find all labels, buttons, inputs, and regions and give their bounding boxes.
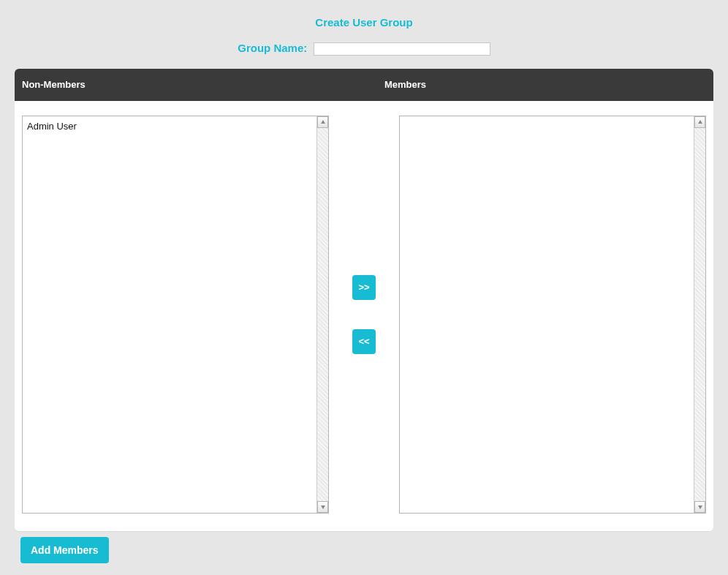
transfer-buttons-column: >> <<: [329, 116, 399, 514]
non-members-listbox[interactable]: Admin User: [22, 116, 329, 514]
svg-marker-3: [698, 506, 702, 509]
group-name-input[interactable]: [314, 42, 490, 56]
panel-header: Non-Members Members: [15, 69, 713, 101]
add-members-button[interactable]: Add Members: [20, 537, 109, 563]
panel-body: Admin User >> <<: [15, 101, 713, 531]
non-members-header: Non-Members: [15, 79, 384, 90]
scrollbar[interactable]: [694, 116, 705, 513]
scrollbar[interactable]: [316, 116, 328, 513]
scroll-down-button[interactable]: [317, 501, 328, 513]
chevron-up-icon: [697, 119, 703, 125]
move-left-button[interactable]: <<: [352, 329, 376, 354]
group-name-label: Group Name:: [238, 42, 307, 54]
scroll-down-button[interactable]: [694, 501, 705, 513]
members-listbox[interactable]: [399, 116, 706, 514]
non-members-list-content: Admin User: [23, 116, 316, 513]
svg-marker-2: [698, 120, 702, 124]
move-right-button[interactable]: >>: [352, 275, 376, 300]
chevron-up-icon: [320, 119, 326, 125]
chevron-down-icon: [320, 504, 326, 510]
scroll-up-button[interactable]: [317, 116, 328, 128]
members-panel: Non-Members Members Admin User >> <<: [15, 69, 713, 531]
scroll-up-button[interactable]: [694, 116, 705, 128]
chevron-down-icon: [697, 504, 703, 510]
list-item[interactable]: Admin User: [27, 121, 312, 133]
page-title: Create User Group: [0, 0, 728, 42]
add-members-row: Add Members: [0, 531, 728, 563]
members-list-content: [400, 116, 694, 513]
group-name-row: Group Name:: [0, 42, 728, 69]
svg-marker-1: [321, 506, 325, 509]
members-header: Members: [384, 79, 713, 90]
svg-marker-0: [321, 120, 325, 124]
